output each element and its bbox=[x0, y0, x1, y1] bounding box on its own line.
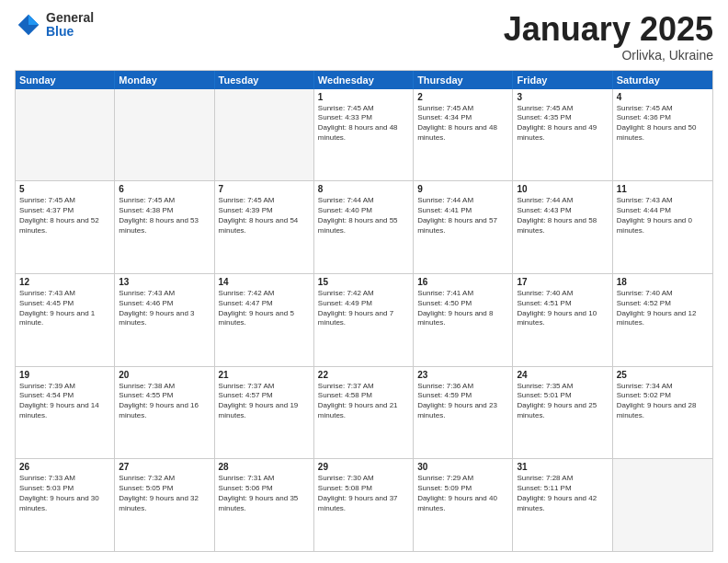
calendar-cell: 4Sunrise: 7:45 AM Sunset: 4:36 PM Daylig… bbox=[613, 89, 712, 181]
cell-info: Sunrise: 7:45 AM Sunset: 4:36 PM Dayligh… bbox=[617, 104, 709, 144]
cell-info: Sunrise: 7:35 AM Sunset: 5:01 PM Dayligh… bbox=[517, 382, 608, 421]
calendar-cell: 2Sunrise: 7:45 AM Sunset: 4:34 PM Daylig… bbox=[414, 89, 513, 181]
calendar-cell: 31Sunrise: 7:28 AM Sunset: 5:11 PM Dayli… bbox=[513, 459, 612, 551]
cell-info: Sunrise: 7:40 AM Sunset: 4:52 PM Dayligh… bbox=[617, 289, 709, 328]
cell-info: Sunrise: 7:43 AM Sunset: 4:46 PM Dayligh… bbox=[119, 289, 210, 328]
day-number: 30 bbox=[417, 462, 508, 472]
logo-blue: Blue bbox=[46, 25, 94, 39]
cell-info: Sunrise: 7:45 AM Sunset: 4:38 PM Dayligh… bbox=[119, 196, 210, 236]
cell-info: Sunrise: 7:43 AM Sunset: 4:44 PM Dayligh… bbox=[617, 196, 709, 236]
day-number: 4 bbox=[617, 92, 709, 102]
calendar-cell: 12Sunrise: 7:43 AM Sunset: 4:45 PM Dayli… bbox=[16, 274, 115, 366]
calendar-cell: 16Sunrise: 7:41 AM Sunset: 4:50 PM Dayli… bbox=[414, 274, 513, 366]
day-number: 14 bbox=[219, 277, 310, 287]
day-number: 29 bbox=[318, 462, 409, 472]
calendar: SundayMondayTuesdayWednesdayThursdayFrid… bbox=[15, 70, 713, 552]
calendar-cell: 8Sunrise: 7:44 AM Sunset: 4:40 PM Daylig… bbox=[314, 181, 414, 273]
calendar-cell: 28Sunrise: 7:31 AM Sunset: 5:06 PM Dayli… bbox=[215, 459, 314, 551]
day-number: 27 bbox=[119, 462, 210, 472]
calendar-cell: 10Sunrise: 7:44 AM Sunset: 4:43 PM Dayli… bbox=[513, 181, 612, 273]
day-number: 23 bbox=[417, 370, 508, 380]
calendar-row: 19Sunrise: 7:39 AM Sunset: 4:54 PM Dayli… bbox=[16, 366, 712, 459]
cell-info: Sunrise: 7:36 AM Sunset: 4:59 PM Dayligh… bbox=[417, 382, 508, 421]
calendar-row: 5Sunrise: 7:45 AM Sunset: 4:37 PM Daylig… bbox=[16, 180, 712, 273]
day-number: 22 bbox=[318, 370, 409, 380]
svg-marker-1 bbox=[28, 15, 39, 25]
cell-info: Sunrise: 7:44 AM Sunset: 4:40 PM Dayligh… bbox=[318, 196, 409, 236]
cell-info: Sunrise: 7:44 AM Sunset: 4:43 PM Dayligh… bbox=[517, 196, 608, 236]
calendar-cell: 27Sunrise: 7:32 AM Sunset: 5:05 PM Dayli… bbox=[115, 459, 214, 551]
calendar-cell: 25Sunrise: 7:34 AM Sunset: 5:02 PM Dayli… bbox=[613, 367, 712, 459]
calendar-cell bbox=[16, 89, 115, 181]
logo-general: General bbox=[46, 11, 94, 25]
calendar-cell: 29Sunrise: 7:30 AM Sunset: 5:08 PM Dayli… bbox=[314, 459, 414, 551]
cell-info: Sunrise: 7:38 AM Sunset: 4:55 PM Dayligh… bbox=[119, 382, 210, 421]
day-number: 20 bbox=[119, 370, 210, 380]
calendar-cell bbox=[215, 89, 314, 181]
calendar-cell: 20Sunrise: 7:38 AM Sunset: 4:55 PM Dayli… bbox=[115, 367, 214, 459]
calendar-cell bbox=[613, 459, 712, 551]
weekday-label: Monday bbox=[115, 71, 214, 89]
calendar-cell: 14Sunrise: 7:42 AM Sunset: 4:47 PM Dayli… bbox=[215, 274, 314, 366]
day-number: 24 bbox=[517, 370, 608, 380]
cell-info: Sunrise: 7:41 AM Sunset: 4:50 PM Dayligh… bbox=[417, 289, 508, 328]
page: General Blue January 2025 Orlivka, Ukrai… bbox=[0, 0, 728, 563]
month-year: January 2025 bbox=[504, 11, 713, 48]
cell-info: Sunrise: 7:39 AM Sunset: 4:54 PM Dayligh… bbox=[19, 382, 110, 421]
cell-info: Sunrise: 7:42 AM Sunset: 4:47 PM Dayligh… bbox=[219, 289, 310, 328]
cell-info: Sunrise: 7:45 AM Sunset: 4:39 PM Dayligh… bbox=[219, 196, 310, 236]
day-number: 16 bbox=[417, 277, 508, 287]
cell-info: Sunrise: 7:45 AM Sunset: 4:35 PM Dayligh… bbox=[517, 104, 608, 144]
calendar-cell: 13Sunrise: 7:43 AM Sunset: 4:46 PM Dayli… bbox=[115, 274, 214, 366]
weekday-label: Saturday bbox=[613, 71, 712, 89]
calendar-cell: 22Sunrise: 7:37 AM Sunset: 4:58 PM Dayli… bbox=[314, 367, 414, 459]
calendar-cell: 11Sunrise: 7:43 AM Sunset: 4:44 PM Dayli… bbox=[613, 181, 712, 273]
calendar-cell: 18Sunrise: 7:40 AM Sunset: 4:52 PM Dayli… bbox=[613, 274, 712, 366]
day-number: 13 bbox=[119, 277, 210, 287]
weekday-label: Tuesday bbox=[215, 71, 314, 89]
day-number: 17 bbox=[517, 277, 608, 287]
calendar-cell: 19Sunrise: 7:39 AM Sunset: 4:54 PM Dayli… bbox=[16, 367, 115, 459]
cell-info: Sunrise: 7:30 AM Sunset: 5:08 PM Dayligh… bbox=[318, 474, 409, 513]
day-number: 6 bbox=[119, 184, 210, 194]
calendar-cell: 5Sunrise: 7:45 AM Sunset: 4:37 PM Daylig… bbox=[16, 181, 115, 273]
cell-info: Sunrise: 7:32 AM Sunset: 5:05 PM Dayligh… bbox=[119, 474, 210, 513]
weekday-label: Thursday bbox=[414, 71, 513, 89]
day-number: 28 bbox=[219, 462, 310, 472]
cell-info: Sunrise: 7:34 AM Sunset: 5:02 PM Dayligh… bbox=[617, 382, 709, 421]
calendar-row: 12Sunrise: 7:43 AM Sunset: 4:45 PM Dayli… bbox=[16, 273, 712, 366]
cell-info: Sunrise: 7:37 AM Sunset: 4:57 PM Dayligh… bbox=[219, 382, 310, 421]
day-number: 25 bbox=[617, 370, 709, 380]
day-number: 19 bbox=[19, 370, 110, 380]
calendar-cell: 21Sunrise: 7:37 AM Sunset: 4:57 PM Dayli… bbox=[215, 367, 314, 459]
day-number: 12 bbox=[19, 277, 110, 287]
cell-info: Sunrise: 7:42 AM Sunset: 4:49 PM Dayligh… bbox=[318, 289, 409, 328]
day-number: 5 bbox=[19, 184, 110, 194]
location: Orlivka, Ukraine bbox=[504, 48, 713, 63]
calendar-row: 26Sunrise: 7:33 AM Sunset: 5:03 PM Dayli… bbox=[16, 458, 712, 551]
header: General Blue January 2025 Orlivka, Ukrai… bbox=[15, 11, 713, 63]
weekday-label: Friday bbox=[513, 71, 612, 89]
cell-info: Sunrise: 7:43 AM Sunset: 4:45 PM Dayligh… bbox=[19, 289, 110, 328]
cell-info: Sunrise: 7:33 AM Sunset: 5:03 PM Dayligh… bbox=[19, 474, 110, 513]
cell-info: Sunrise: 7:45 AM Sunset: 4:34 PM Dayligh… bbox=[417, 104, 508, 144]
cell-info: Sunrise: 7:31 AM Sunset: 5:06 PM Dayligh… bbox=[219, 474, 310, 513]
day-number: 15 bbox=[318, 277, 409, 287]
calendar-cell bbox=[115, 89, 214, 181]
day-number: 1 bbox=[318, 92, 409, 102]
logo: General Blue bbox=[15, 11, 94, 40]
day-number: 31 bbox=[517, 462, 608, 472]
day-number: 10 bbox=[517, 184, 608, 194]
day-number: 7 bbox=[219, 184, 310, 194]
calendar-cell: 7Sunrise: 7:45 AM Sunset: 4:39 PM Daylig… bbox=[215, 181, 314, 273]
cell-info: Sunrise: 7:44 AM Sunset: 4:41 PM Dayligh… bbox=[417, 196, 508, 236]
calendar-row: 1Sunrise: 7:45 AM Sunset: 4:33 PM Daylig… bbox=[16, 89, 712, 181]
calendar-cell: 15Sunrise: 7:42 AM Sunset: 4:49 PM Dayli… bbox=[314, 274, 414, 366]
logo-text: General Blue bbox=[46, 11, 94, 40]
day-number: 3 bbox=[517, 92, 608, 102]
weekday-label: Wednesday bbox=[314, 71, 414, 89]
cell-info: Sunrise: 7:37 AM Sunset: 4:58 PM Dayligh… bbox=[318, 382, 409, 421]
cell-info: Sunrise: 7:29 AM Sunset: 5:09 PM Dayligh… bbox=[417, 474, 508, 513]
day-number: 21 bbox=[219, 370, 310, 380]
calendar-body: 1Sunrise: 7:45 AM Sunset: 4:33 PM Daylig… bbox=[16, 89, 712, 551]
